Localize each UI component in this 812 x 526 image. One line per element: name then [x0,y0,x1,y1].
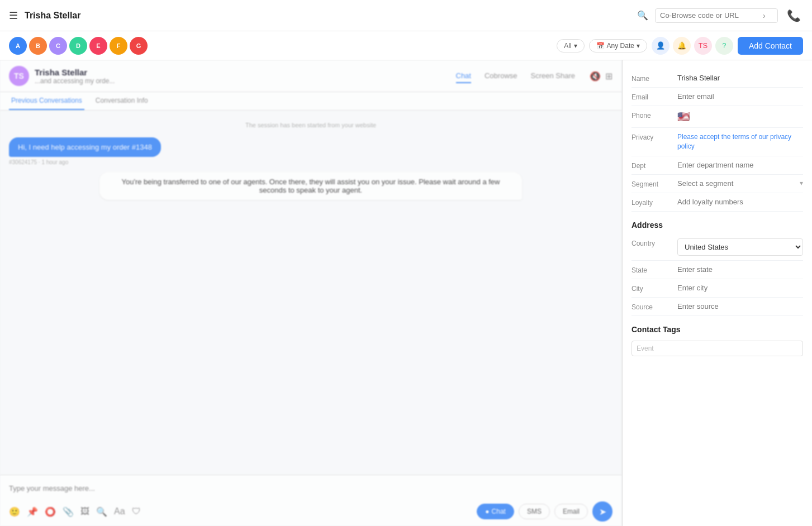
attachment-icon[interactable]: 📎 [63,506,74,517]
search-icon[interactable]: 🔍 [637,10,648,21]
privacy-text: Please accept the terms of our privacy p… [677,132,803,151]
field-row-loyalty: Loyalty [631,193,803,212]
expand-icon[interactable]: ⊞ [605,71,612,82]
mode-chat-dot: ● [485,508,489,515]
chat-mode-buttons: ● Chat SMS Email ➤ [477,501,612,522]
sub-tab-previous[interactable]: Previous Conversations [9,92,84,110]
right-panel: Name Trisha Stellar Email Phone 🇺🇸 Priva… [622,60,812,526]
agent-avatar: C [49,37,67,55]
sub-tabs: Previous Conversations Conversation Info [0,92,621,111]
chat-input[interactable] [9,480,612,497]
field-row-name: Name Trisha Stellar [631,69,803,88]
field-row-source: Source [631,298,803,316]
state-label: State [631,265,671,274]
agent-avatar: F [110,37,127,55]
field-row-segment: Segment ▾ [631,175,803,193]
chat-panel: TS Trisha Stellar ...and accessing my or… [0,60,622,526]
name-value: Trisha Stellar [677,74,803,82]
mode-chat-button[interactable]: ● Chat [477,504,514,519]
phone-call-button[interactable]: 📞 [785,7,803,25]
chat-tabs: Chat Cobrowse Screen Share [456,69,576,83]
segment-chevron-icon[interactable]: ▾ [800,179,803,187]
messages-area: The session has been started from your w… [0,111,621,475]
filter-chevron-icon: ▾ [574,42,577,50]
agent-avatar: B [29,37,47,55]
contact-name: Trisha Stellar [35,68,115,77]
dept-label: Dept [631,161,671,170]
contact-avatar: TS [9,66,29,86]
tab-cobrowse[interactable]: Cobrowse [485,69,517,83]
mute-icon[interactable]: 🔇 [590,71,601,82]
add-contact-button[interactable]: Add Contact [738,37,803,55]
menu-icon[interactable]: ☰ [9,9,18,22]
help-icon[interactable]: ? [715,37,733,55]
phone-field[interactable] [699,111,803,119]
field-row-phone: Phone 🇺🇸 [631,106,803,128]
tab-chat[interactable]: Chat [456,69,471,83]
country-select[interactable]: United States Canada United Kingdom Aust… [677,238,803,256]
filter-label: All [564,42,571,50]
date-label: Any Date [607,42,634,50]
right-panel-content: Name Trisha Stellar Email Phone 🇺🇸 Priva… [623,60,812,365]
cobrowse-input[interactable] [660,11,761,20]
name-label: Name [631,74,671,83]
field-row-email: Email [631,88,803,106]
date-filter-button[interactable]: 📅 Any Date ▾ [589,39,647,52]
field-row-dept: Dept [631,156,803,175]
email-field[interactable] [677,92,803,101]
agent-message-bubble: You're being transferred to one of our a… [99,172,522,200]
sub-tab-info[interactable]: Conversation Info [93,92,150,110]
avatar-icon[interactable]: TS [694,37,712,55]
cobrowse-arrow-icon[interactable]: › [763,11,766,20]
segment-field[interactable] [677,179,793,188]
agent-avatar-list: A B C D E F G [9,37,148,55]
system-message: The session has been started from your w… [9,119,612,131]
circle-icon[interactable]: ⭕ [45,506,56,517]
dept-field[interactable] [677,161,803,169]
mode-sms-button[interactable]: SMS [519,504,550,519]
topbar-title: Trisha Stellar [25,11,630,21]
address-section-title: Address [631,212,803,234]
user-message-wrap: Hi, I need help accessing my order #1348… [9,137,612,165]
mode-email-button[interactable]: Email [554,504,588,519]
tags-input[interactable]: Event [631,341,803,356]
contact-header: TS Trisha Stellar ...and accessing my or… [0,60,621,92]
emoji-icon[interactable]: 🙂 [9,506,20,517]
contact-subtitle: ...and accessing my orde... [35,77,115,85]
tags-placeholder: Event [637,345,654,352]
segment-label: Segment [631,179,671,188]
field-row-city: City [631,279,803,298]
user-icon[interactable]: 👤 [652,37,669,55]
country-label: Country [631,238,671,247]
source-field[interactable] [677,302,803,310]
mode-sms-label: SMS [527,508,542,515]
tab-screenshare[interactable]: Screen Share [531,69,576,83]
email-label: Email [631,92,671,101]
send-button[interactable]: ➤ [592,501,612,522]
topbar: ☰ Trisha Stellar 🔍 › 📞 [0,0,812,31]
shield-icon[interactable]: 🛡 [132,506,141,517]
privacy-label: Privacy [631,132,671,141]
notification-icon[interactable]: 🔔 [673,37,691,55]
field-row-country: Country United States Canada United King… [631,234,803,261]
image-icon[interactable]: 🖼 [80,506,89,517]
field-row-privacy: Privacy Please accept the terms of our p… [631,128,803,156]
contact-tags-section-title: Contact Tags [631,316,803,338]
filter-button[interactable]: All ▾ [557,39,584,52]
search-chat-icon[interactable]: 🔍 [96,506,107,517]
pin-icon[interactable]: 📌 [27,506,38,517]
date-chevron-icon: ▾ [637,42,640,50]
text-icon[interactable]: Aa [114,506,125,517]
agent-avatar: G [130,37,148,55]
mode-email-label: Email [563,508,580,515]
field-row-state: State [631,261,803,279]
contact-info: Trisha Stellar ...and accessing my orde.… [35,68,115,85]
icon-cluster: 👤 🔔 TS ? [652,37,733,55]
city-field[interactable] [677,284,803,292]
main-layout: TS Trisha Stellar ...and accessing my or… [0,60,812,526]
chat-input-area: 🙂 📌 ⭕ 📎 🖼 🔍 Aa 🛡 ● Chat SMS [0,475,621,526]
user-message-bubble: Hi, I need help accessing my order #1348 [9,137,161,157]
source-label: Source [631,302,671,311]
state-field[interactable] [677,265,803,274]
loyalty-field[interactable] [677,198,803,206]
